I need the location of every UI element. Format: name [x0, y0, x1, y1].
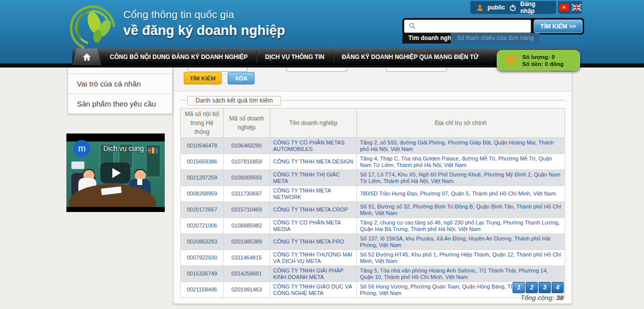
cell-enterprise-id: 0315710469 — [224, 202, 270, 218]
power-icon[interactable] — [509, 4, 516, 12]
cell-address: 780/5D Trần Hưng Đạo, Phường 07, Quận 5,… — [357, 186, 565, 202]
site-title: Cổng thông tin quốc gia về đăng ký doanh… — [123, 8, 285, 38]
search-form-field-clipped[interactable] — [386, 67, 447, 72]
play-button[interactable] — [100, 162, 130, 184]
user-icon — [476, 4, 483, 12]
search-submit-button[interactable]: TÌM KIẾM — [184, 72, 222, 84]
cell-enterprise-id: 0311730697 — [224, 186, 270, 202]
video-person-right-shape — [137, 179, 142, 185]
cell-address: Số 52 Đường HT45, Khu phố 1, Phường Hiệp… — [357, 250, 565, 266]
cart-icon — [502, 53, 519, 68]
cell-company-name[interactable]: CÔNG TY TNHH GIẢI PHÁP KINH DOANH META — [270, 266, 357, 282]
total-value: 38 — [556, 294, 564, 302]
total-label: Tổng cộng: — [520, 294, 554, 302]
cell-company-name[interactable]: CÔNG TY TNHH THỊ GIÁC META — [270, 170, 357, 186]
cell-internal-id: 0008268959 — [181, 186, 224, 202]
cart-widget[interactable]: Số lượng: 0 Số tiền: 0 đồng — [497, 50, 580, 70]
header-search-button[interactable]: TÌM KIẾM >> — [534, 20, 583, 33]
home-icon — [82, 52, 92, 62]
cell-address: Tầng 2, chung cư cao tầng số 46, ngõ 230… — [357, 218, 565, 234]
video-thumbnail[interactable]: m Dịch vụ cung ... — [66, 134, 165, 212]
nav-item-cong-bo[interactable]: CÔNG BỐ NỘI DUNG ĐĂNG KÝ DOANH NGHIỆP — [101, 54, 256, 60]
search-form-field-clipped[interactable] — [188, 67, 248, 72]
english-flag-icon[interactable] — [572, 4, 582, 11]
page-button-4[interactable]: 4 — [552, 282, 564, 293]
cell-address: Tầng 4, Tháp C, Tòa nhà Golden Palace, đ… — [357, 154, 565, 170]
cell-company-name[interactable]: CÔNG TY CỔ PHẦN METAS AUTOMOBILES — [270, 138, 357, 154]
video-book-shape — [155, 148, 158, 154]
results-table: Mã số nội bộ trong Hệ thống Mã số doanh … — [180, 108, 565, 298]
site-title-line2: về đăng ký doanh nghiệp — [123, 23, 285, 38]
results-table-header: Mã số nội bộ trong Hệ thống Mã số doanh … — [181, 108, 565, 138]
cell-internal-id: 0015659386 — [181, 154, 224, 170]
cell-company-name[interactable]: CÔNG TY TNHH THƯƠNG MẠI VÀ DỊCH VỤ META — [270, 250, 357, 266]
vietnamese-flag-icon[interactable]: ★ — [559, 4, 569, 11]
results-legend: Danh sách kết quả tìm kiếm — [187, 96, 281, 106]
col-header-internal-id: Mã số nội bộ trong Hệ thống — [181, 108, 224, 138]
col-header-enterprise-id: Mã số doanh nghiệp — [224, 108, 270, 138]
vn-flag-star: ★ — [562, 5, 566, 10]
cell-company-name[interactable]: CÔNG TY TNHH META DESIGN — [270, 154, 357, 170]
results-section: Danh sách kết quả tìm kiếm Mã số nội bộ … — [174, 91, 572, 304]
page-button-3[interactable]: 3 — [539, 282, 551, 293]
cell-internal-id: 0020172657 — [181, 202, 224, 218]
clear-button[interactable]: XÓA — [228, 72, 255, 84]
page-button-1[interactable]: 1 — [513, 282, 525, 293]
table-row: 0007922930 0311464815 CÔNG TY TNHH THƯƠN… — [181, 250, 565, 266]
table-row: 0015336749 0314259691 CÔNG TY TNHH GIẢI … — [181, 266, 565, 282]
table-row: 0021297259 0109009593 CÔNG TY TNHH THỊ G… — [181, 170, 565, 186]
site-title-line1: Cổng thông tin quốc gia — [123, 8, 285, 20]
cell-enterprise-id: 0311464815 — [224, 250, 270, 266]
page-button-2[interactable]: 2 — [526, 282, 538, 293]
cell-address: Số 107, lô 15K5A, khu Pruska, Xã An Đồng… — [357, 234, 565, 250]
cart-summary: Số lượng: 0 Số tiền: 0 đồng — [522, 54, 564, 68]
cell-enterprise-id: 0108885982 — [224, 218, 270, 234]
table-row: 0015659386 0107816859 CÔNG TY TNHH META … — [181, 154, 565, 170]
cell-company-name[interactable]: CÔNG TY TNHH GIÁO DỤC VÀ CÔNG NGHỆ META — [270, 282, 357, 298]
results-table-body: 0010546478 0106483290 CÔNG TY CỔ PHẦN ME… — [181, 138, 565, 298]
username-label: public — [487, 4, 505, 11]
search-input[interactable] — [404, 20, 531, 33]
cell-address: Tầng 5, Tòa nhà văn phòng Hoàng Anh Safo… — [357, 266, 565, 282]
cell-enterprise-id: 0106483290 — [224, 138, 270, 154]
login-link[interactable]: Đăng nhập — [520, 0, 550, 14]
col-header-address: Địa chỉ trụ sở chính — [357, 108, 565, 138]
nav-item-dich-vu[interactable]: DỊCH VỤ THÔNG TIN — [257, 54, 333, 60]
video-laptop-shape — [71, 162, 84, 169]
portal-logo-icon — [68, 2, 119, 52]
cell-internal-id: 0015336749 — [181, 266, 224, 282]
total-count: Tổng cộng:38 — [520, 294, 564, 302]
cell-internal-id: 0020721006 — [181, 218, 224, 234]
sidebar-item-san-pham[interactable]: Sản phẩm theo yêu cầu — [68, 94, 172, 114]
cell-company-name[interactable]: CÔNG TY TNHH META PRO — [270, 234, 357, 250]
sidebar-item-vai-tro[interactable]: Vai trò của cá nhân — [68, 74, 172, 94]
sidebar-menu: Vai trò của cá nhân Sản phẩm theo yêu cầ… — [67, 68, 173, 114]
cell-internal-id: 0020863293 — [181, 234, 224, 250]
col-header-name: Tên doanh nghiệp — [270, 108, 357, 138]
tab-order-reference[interactable]: Số tham chiếu của đơn hàng — [451, 33, 540, 44]
header-search-box: TÌM KIẾM >> — [402, 18, 584, 34]
home-tab[interactable] — [72, 48, 101, 65]
cell-internal-id: 0021297259 — [181, 170, 224, 186]
cell-company-name[interactable]: CÔNG TY TNHH META NETWORK — [270, 186, 357, 202]
cell-enterprise-id: 0314259691 — [224, 266, 270, 282]
cell-enterprise-id: 0107816859 — [224, 154, 270, 170]
cell-address: Tầng 2, số 593, đường Giải Phóng, Phường… — [357, 138, 565, 154]
search-form-field-clipped[interactable] — [286, 67, 347, 72]
user-session-bar: public Đăng nhập — [470, 1, 556, 14]
sidebar-item-clipped[interactable] — [68, 68, 172, 74]
play-icon — [112, 168, 121, 178]
video-title[interactable]: Dịch vụ cung ... — [103, 144, 152, 152]
cell-company-name[interactable]: CÔNG TY CỔ PHẦN META MEDIA — [270, 218, 357, 234]
cell-enterprise-id: 0201991463 — [224, 282, 270, 298]
cart-quantity: Số lượng: 0 — [522, 54, 564, 60]
cell-enterprise-id: 0109009593 — [224, 170, 270, 186]
video-book-shape — [152, 148, 154, 154]
cell-address: Số 17, Lô TT4, Khu X5, Ngõ 60 Phố Dương … — [357, 170, 565, 186]
page: Cổng thông tin quốc gia về đăng ký doanh… — [0, 0, 644, 309]
video-channel-avatar[interactable]: m — [73, 140, 90, 157]
table-row: 0008268959 0311730697 CÔNG TY TNHH META … — [181, 186, 565, 202]
nav-item-dang-ky-qua-mang[interactable]: ĐĂNG KÝ DOANH NGHIỆP QUA MẠNG ĐIỆN TỬ — [333, 54, 487, 60]
cell-company-name[interactable]: CÔNG TY TNHH META CROP — [270, 202, 357, 218]
cell-address: Số 91, Đường số 32, Phường Bình Trị Đông… — [357, 202, 565, 218]
